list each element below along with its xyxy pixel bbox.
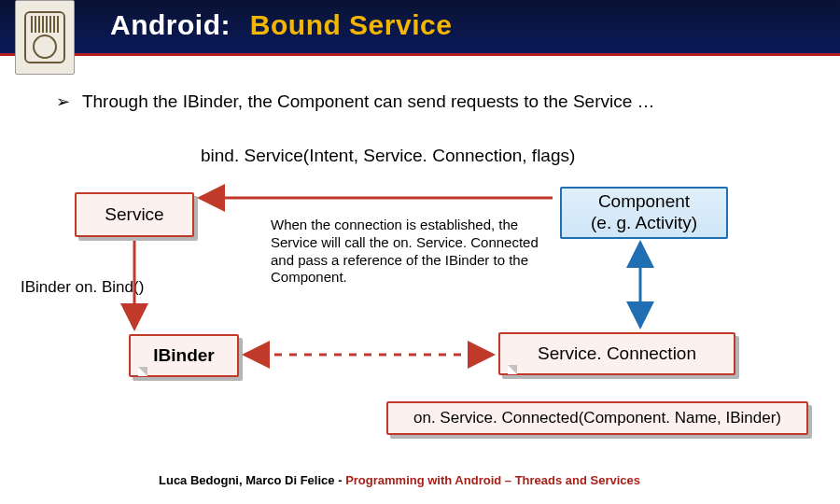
component-label-line2: (e. g. Activity) xyxy=(591,213,697,234)
component-box: Component (e. g. Activity) xyxy=(560,187,728,239)
title-suffix: Bound Service xyxy=(250,9,453,40)
description-text: When the connection is established, the … xyxy=(271,217,541,287)
university-seal-icon xyxy=(15,0,75,75)
note-fold-icon xyxy=(508,365,517,374)
onbind-label: IBinder on. Bind() xyxy=(21,278,144,297)
component-label-line1: Component xyxy=(598,191,690,213)
slide-title: Android: Bound Service xyxy=(110,9,452,41)
footer: Luca Bedogni, Marco Di Felice - Programm… xyxy=(159,473,640,487)
callback-label: on. Service. Connected(Component. Name, … xyxy=(413,409,781,427)
ibinder-box: IBinder xyxy=(129,334,239,377)
footer-dash: - xyxy=(338,473,345,487)
service-label: Service xyxy=(105,204,163,226)
bullet-text: Through the IBinder, the Component can s… xyxy=(82,91,655,111)
callback-box: on. Service. Connected(Component. Name, … xyxy=(386,401,808,435)
content-area: ➢ Through the IBinder, the Component can… xyxy=(0,67,840,504)
service-box: Service xyxy=(75,192,194,237)
bullet-arrow-icon: ➢ xyxy=(56,92,70,111)
bind-service-call: bind. Service(Intent, Service. Connectio… xyxy=(201,146,575,166)
header-bar: Android: Bound Service xyxy=(0,0,840,56)
footer-topic: Programming with Android – Threads and S… xyxy=(345,473,640,487)
serviceconnection-box: Service. Connection xyxy=(498,332,735,375)
title-prefix: Android: xyxy=(110,9,231,40)
note-fold-icon xyxy=(138,367,147,376)
serviceconnection-label: Service. Connection xyxy=(538,343,696,365)
bullet-line: ➢ Through the IBinder, the Component can… xyxy=(56,91,655,112)
footer-authors: Luca Bedogni, Marco Di Felice xyxy=(159,473,335,487)
seal-inner-icon xyxy=(24,11,65,63)
ibinder-label: IBinder xyxy=(153,345,214,367)
